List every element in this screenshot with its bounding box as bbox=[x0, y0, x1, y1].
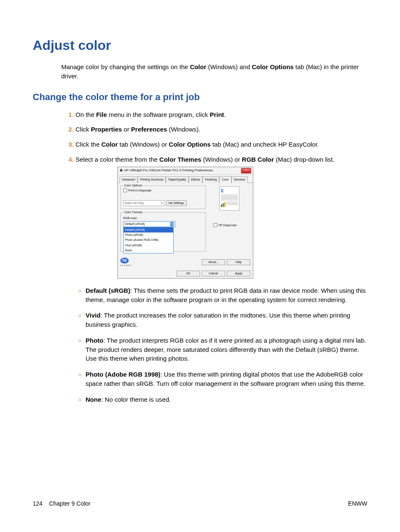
chevron-down-icon: ▾ bbox=[170, 222, 174, 226]
about-button[interactable]: About... bbox=[202, 259, 225, 265]
theme-descriptions: Default (sRGB): This theme sets the prod… bbox=[75, 286, 367, 404]
bold: File bbox=[96, 111, 107, 118]
chapter-label: Chapter 9 Color bbox=[49, 500, 91, 507]
step-3: Click the Color tab (Windows) or Color O… bbox=[75, 140, 367, 149]
page-preview: E bbox=[219, 186, 239, 211]
dialog-titlebar: 🖶 HP Officejet Pro X451dn Printer PCL 6 … bbox=[118, 167, 253, 175]
tab-effects[interactable]: Effects bbox=[189, 176, 203, 183]
text: (Mac) drop-down list. bbox=[274, 156, 334, 163]
steps-list: On the File menu in the software program… bbox=[61, 110, 367, 404]
text: Select a color theme from the bbox=[75, 156, 159, 163]
ink-combo[interactable]: Black Ink Only ▾ bbox=[123, 200, 164, 206]
text: (Windows). bbox=[167, 126, 200, 133]
bold: Default (sRGB) bbox=[86, 287, 130, 294]
dropdown-option[interactable]: Photo (Adobe RGB 1998) bbox=[124, 238, 173, 243]
ink-combo-value: Black Ink Only bbox=[125, 201, 144, 205]
bold: Color Options bbox=[169, 141, 211, 148]
text: tab (Mac) and uncheck HP EasyColor. bbox=[211, 141, 319, 148]
text: On the bbox=[75, 111, 96, 118]
text: menu in the software program, click bbox=[107, 111, 210, 118]
hp-logo-icon: hp bbox=[120, 258, 129, 263]
theme-vivid: Vivid: The product increases the color s… bbox=[86, 311, 367, 329]
ink-settings-button[interactable]: Ink Settings bbox=[166, 200, 187, 206]
bold: RGB Color bbox=[242, 156, 274, 163]
dropdown-value: Default (sRGB) bbox=[125, 222, 145, 226]
easycolor-checkbox[interactable] bbox=[213, 223, 217, 227]
dropdown-option[interactable]: Default (sRGB) bbox=[124, 227, 173, 232]
page-heading: Adjust color bbox=[33, 38, 367, 53]
page-number: 124 bbox=[33, 500, 42, 507]
step-1: On the File menu in the software program… bbox=[75, 110, 367, 119]
rgb-color-dropdown[interactable]: Default (sRGB) ▾ bbox=[123, 221, 175, 227]
bold: None bbox=[86, 396, 101, 403]
printing-preferences-dialog: 🖶 HP Officejet Pro X451dn Printer PCL 6 … bbox=[117, 167, 253, 279]
text: Manage color by changing the settings on… bbox=[61, 63, 190, 70]
rgb-color-label: RGB color: bbox=[123, 216, 203, 220]
group-title: Color Themes bbox=[123, 210, 143, 214]
theme-photo: Photo: The product interprets RGB color … bbox=[86, 336, 367, 363]
bold: Properties bbox=[91, 126, 122, 133]
tab-paper-quality[interactable]: Paper/Quality bbox=[166, 176, 188, 183]
color-options-group: Color Options Print in Grayscale Black I… bbox=[120, 186, 206, 209]
close-button[interactable]: × bbox=[241, 168, 251, 173]
bold: Photo bbox=[86, 337, 104, 344]
bold: Preferences bbox=[131, 126, 167, 133]
text: Click the bbox=[75, 141, 101, 148]
tab-finishing[interactable]: Finishing bbox=[203, 176, 219, 183]
ok-button[interactable]: OK bbox=[177, 271, 200, 276]
apply-button[interactable]: Apply bbox=[227, 271, 250, 276]
bold: Color bbox=[101, 141, 118, 148]
dialog-title-text: HP Officejet Pro X451dn Printer PCL 6 Pr… bbox=[124, 168, 213, 173]
tab-services[interactable]: Services bbox=[231, 176, 248, 183]
dropdown-option[interactable]: Vivid (sRGB) bbox=[124, 243, 173, 248]
bold: Photo (Adobe RGB 1998) bbox=[86, 371, 160, 378]
hp-invent-text: invent bbox=[120, 263, 132, 267]
tab-bar: Advanced Printing Shortcuts Paper/Qualit… bbox=[118, 175, 253, 183]
text: tab (Windows) or bbox=[118, 141, 169, 148]
theme-none: None: No color theme is used. bbox=[86, 395, 367, 404]
theme-default: Default (sRGB): This theme sets the prod… bbox=[86, 286, 367, 305]
rgb-color-dropdown-list: Default (sRGB) Photo (sRGB) Photo (Adobe… bbox=[123, 227, 174, 253]
group-title: Color Options bbox=[123, 183, 143, 188]
easycolor-label: HP EasyColor bbox=[218, 223, 237, 227]
text: (Windows) and bbox=[206, 63, 252, 70]
dialog-title: 🖶 HP Officejet Pro X451dn Printer PCL 6 … bbox=[119, 168, 213, 173]
printer-icon: 🖶 bbox=[119, 168, 123, 173]
text: : No color theme is used. bbox=[101, 396, 171, 403]
help-button[interactable]: Help bbox=[227, 259, 250, 265]
tab-printing-shortcuts[interactable]: Printing Shortcuts bbox=[138, 176, 166, 183]
preview-letter: E bbox=[221, 188, 224, 194]
bold: Color Options bbox=[252, 63, 294, 70]
bold: Color Themes bbox=[159, 156, 201, 163]
text: . bbox=[224, 111, 226, 118]
bold: Color bbox=[190, 63, 206, 70]
tab-color[interactable]: Color bbox=[219, 176, 231, 183]
step-4: Select a color theme from the Color Them… bbox=[75, 155, 367, 404]
theme-photo-adobe: Photo (Adobe RGB 1998): Use this theme w… bbox=[86, 370, 367, 388]
intro-paragraph: Manage color by changing the settings on… bbox=[61, 62, 367, 81]
text: (Windows) or bbox=[201, 156, 242, 163]
text: or bbox=[122, 126, 131, 133]
bold: Print bbox=[210, 111, 224, 118]
text: : The product increases the color satura… bbox=[86, 312, 350, 328]
dropdown-option[interactable]: None bbox=[124, 248, 173, 253]
grayscale-label: Print in Grayscale bbox=[128, 189, 151, 193]
section-heading: Change the color theme for a print job bbox=[33, 92, 367, 103]
cancel-button[interactable]: Cancel bbox=[202, 271, 225, 276]
step-2: Click Properties or Preferences (Windows… bbox=[75, 125, 367, 134]
page-footer: 124 Chapter 9 Color ENWW bbox=[33, 500, 367, 507]
footer-right: ENWW bbox=[348, 500, 367, 507]
text: Click bbox=[75, 126, 91, 133]
chevron-down-icon: ▾ bbox=[161, 201, 163, 205]
tab-advanced[interactable]: Advanced bbox=[119, 176, 138, 183]
text: : The product interprets RGB color as if… bbox=[86, 337, 366, 362]
grayscale-checkbox[interactable] bbox=[123, 189, 127, 192]
dropdown-option[interactable]: Photo (sRGB) bbox=[124, 232, 173, 238]
bold: Vivid bbox=[86, 312, 101, 319]
color-themes-group: Color Themes RGB color: Default (sRGB) ▾… bbox=[120, 212, 206, 252]
